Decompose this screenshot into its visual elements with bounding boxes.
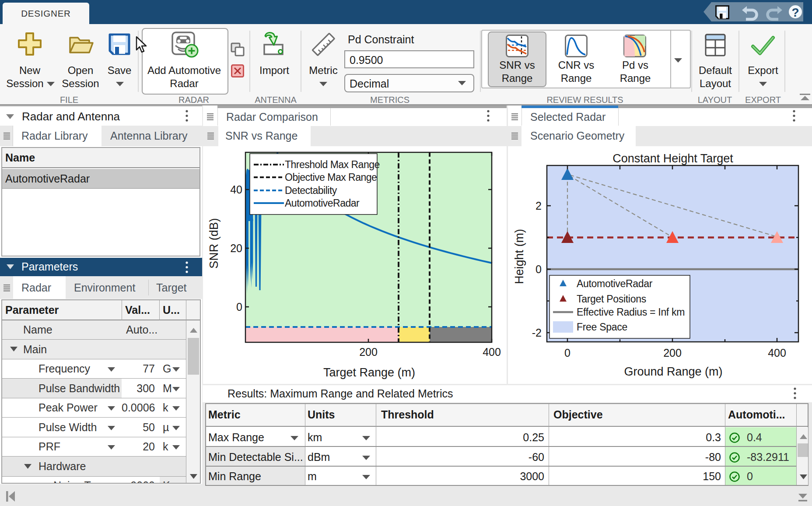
svg-text:-2: -2 xyxy=(532,327,542,339)
svg-text:AutomotiveRadar: AutomotiveRadar xyxy=(577,278,653,289)
svg-text:Effective Radius = Inf km: Effective Radius = Inf km xyxy=(577,306,685,318)
svg-text:400: 400 xyxy=(768,347,786,359)
svg-text:SNR (dB): SNR (dB) xyxy=(207,218,220,269)
svg-text:0: 0 xyxy=(236,301,242,313)
svg-text:200: 200 xyxy=(359,346,378,358)
svg-text:2: 2 xyxy=(536,200,542,212)
svg-text:AutomotiveRadar: AutomotiveRadar xyxy=(285,197,360,209)
svg-text:Target Positions: Target Positions xyxy=(577,293,646,305)
svg-text:Threshold Max Range: Threshold Max Range xyxy=(285,159,380,170)
svg-text:Constant Height Target: Constant Height Target xyxy=(612,152,733,165)
svg-text:400: 400 xyxy=(483,346,501,358)
svg-text:40: 40 xyxy=(230,183,242,196)
svg-text:0: 0 xyxy=(536,263,542,275)
svg-text:20: 20 xyxy=(230,242,242,254)
svg-text:Target Range (m): Target Range (m) xyxy=(323,366,415,379)
svg-text:0: 0 xyxy=(564,347,570,359)
svg-text:200: 200 xyxy=(663,347,682,359)
svg-text:Ground Range (m): Ground Range (m) xyxy=(624,365,722,378)
svg-text:Objective Max Range: Objective Max Range xyxy=(285,172,377,183)
svg-text:Free Space: Free Space xyxy=(577,321,627,333)
svg-text:Height (m): Height (m) xyxy=(513,229,526,284)
svg-text:?: ? xyxy=(791,6,799,19)
svg-text:Detectability: Detectability xyxy=(285,185,337,196)
